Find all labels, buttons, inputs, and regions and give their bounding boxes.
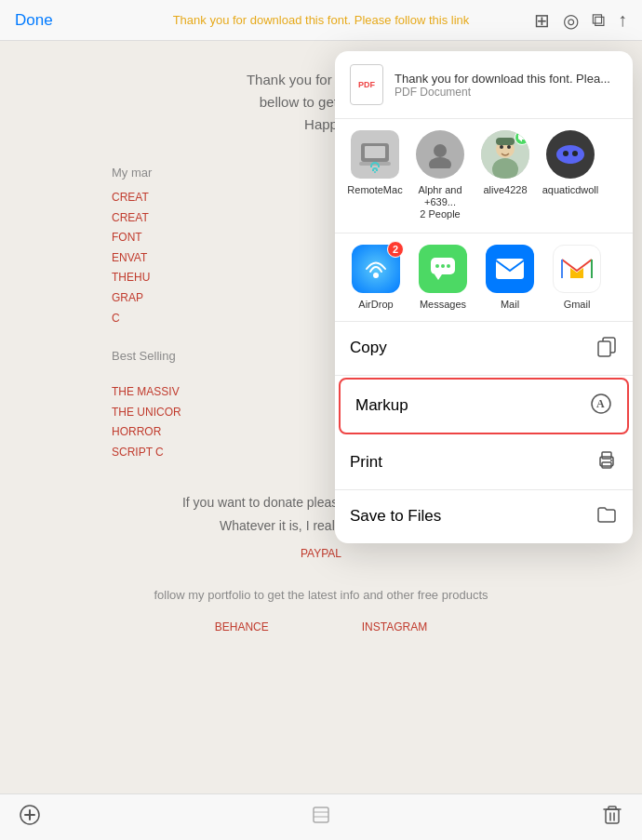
svg-text:A: A (596, 397, 605, 410)
contact-avatar-alphr (416, 130, 464, 179)
duplicate-icon[interactable]: ⧉ (592, 9, 605, 31)
svg-marker-20 (435, 274, 442, 280)
contact-avatar-remote-mac (351, 130, 399, 179)
app-name-mail: Mail (501, 299, 519, 310)
app-name-airdrop: AirDrop (358, 299, 393, 310)
pdf-filetype: PDF Document (395, 86, 610, 99)
airdrop-icon: 2 (352, 245, 400, 293)
airdrop-badge: 2 (387, 241, 404, 258)
pdf-header-text: Thank you for download this font. Plea..… (395, 72, 610, 99)
app-name-messages: Messages (420, 299, 466, 310)
behance-link[interactable]: BEHANCE (215, 620, 269, 633)
svg-point-4 (434, 144, 447, 157)
copy-label: Copy (350, 339, 387, 357)
svg-point-21 (435, 264, 439, 268)
svg-rect-12 (518, 134, 526, 140)
done-button[interactable]: Done (15, 11, 53, 30)
share-icon[interactable]: ↑ (618, 9, 627, 31)
pages-button[interactable] (310, 804, 332, 831)
copy-icon (595, 335, 618, 362)
social-links: BEHANCE INSTAGRAM (37, 620, 605, 633)
print-icon (595, 449, 618, 476)
print-label: Print (350, 453, 382, 472)
svg-point-23 (447, 264, 450, 268)
best-selling-label: Best Selling (112, 349, 176, 363)
svg-point-18 (373, 273, 379, 278)
contact-name-aquaticdwoll: aquaticdwoll (542, 184, 599, 196)
action-print[interactable]: Print (335, 436, 633, 490)
share-pdf-header: Thank you for download this font. Plea..… (335, 51, 633, 119)
bottom-bar (0, 793, 642, 840)
svg-rect-38 (314, 807, 328, 822)
svg-marker-13 (519, 140, 522, 142)
svg-rect-3 (365, 146, 385, 158)
marketplace-label: My mar (112, 166, 152, 180)
pdf-filename: Thank you for download this font. Plea..… (395, 72, 610, 86)
save-to-files-label: Save to Files (350, 507, 441, 526)
add-page-button[interactable] (19, 804, 41, 832)
top-bar: Done Thank you for download this font. P… (0, 0, 642, 41)
contact-avatar-alive4228 (481, 130, 529, 179)
app-mail[interactable]: Mail (476, 245, 543, 310)
scan-icon[interactable]: ⊞ (534, 9, 550, 32)
svg-rect-28 (598, 341, 610, 356)
svg-point-22 (441, 264, 445, 268)
svg-point-15 (563, 151, 568, 156)
share-sheet: Thank you for download this font. Plea..… (335, 51, 633, 543)
svg-point-17 (566, 158, 575, 164)
svg-rect-11 (496, 138, 515, 145)
markup-icon: A (590, 393, 612, 420)
delete-button[interactable] (601, 804, 623, 832)
messages-icon (419, 245, 467, 293)
apps-row: 2 AirDrop Messages (335, 233, 633, 322)
svg-rect-41 (606, 809, 619, 823)
pdf-icon (350, 64, 383, 105)
top-bar-notification: Thank you for download this font. Please… (173, 13, 470, 27)
app-messages[interactable]: Messages (409, 245, 476, 310)
gmail-icon (553, 245, 601, 293)
svg-rect-32 (602, 452, 611, 459)
svg-rect-33 (602, 462, 611, 468)
svg-point-9 (500, 145, 503, 149)
svg-point-16 (572, 151, 578, 156)
contact-name-alphr: Alphr and +639...2 People (408, 184, 472, 221)
svg-point-10 (507, 145, 511, 149)
contact-name-remote-mac: RemoteMac (347, 184, 402, 196)
app-airdrop[interactable]: 2 AirDrop (342, 245, 409, 310)
top-bar-left: Done (15, 11, 53, 30)
contact-alphr[interactable]: Alphr and +639...2 People (408, 130, 473, 221)
action-save-to-files[interactable]: Save to Files (335, 490, 633, 543)
action-markup[interactable]: Markup A (339, 378, 629, 434)
action-copy[interactable]: Copy (335, 322, 633, 376)
instagram-link[interactable]: INSTAGRAM (362, 620, 427, 633)
contact-alive4228[interactable]: alive4228 (473, 130, 538, 221)
markup-label: Markup (355, 396, 408, 415)
contact-aquaticdwoll[interactable]: aquaticdwoll (538, 130, 603, 221)
location-icon[interactable]: ◎ (563, 9, 579, 32)
save-to-files-icon (595, 503, 618, 530)
contact-name-alive4228: alive4228 (483, 184, 527, 196)
contact-avatar-aquaticdwoll (546, 130, 595, 179)
svg-point-34 (610, 460, 612, 461)
svg-rect-25 (496, 259, 524, 279)
top-bar-right: ⊞ ◎ ⧉ ↑ (534, 9, 627, 32)
mail-icon (486, 245, 534, 293)
portfolio-text: follow my portfolio to get the latest in… (37, 588, 605, 602)
contact-remote-mac[interactable]: RemoteMac (342, 130, 408, 221)
contacts-row: RemoteMac Alphr and +639...2 People (335, 119, 633, 233)
app-name-gmail: Gmail (564, 299, 591, 310)
paypal-link[interactable]: PAYPAL (37, 547, 605, 560)
app-gmail[interactable]: Gmail (543, 245, 610, 310)
svg-point-5 (429, 157, 451, 168)
